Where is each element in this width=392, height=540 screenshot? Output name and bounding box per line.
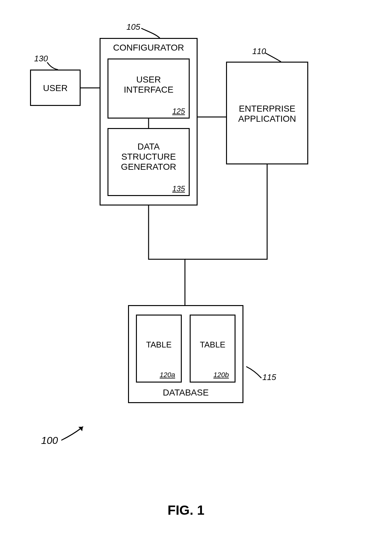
label-configurator: CONFIGURATOR — [101, 43, 197, 53]
box-data-structure-generator: DATA STRUCTURE GENERATOR 135 — [107, 128, 190, 196]
refnum-database: 115 — [262, 372, 276, 382]
ref-data-structure-generator: 135 — [172, 184, 185, 193]
refnum-system: 100 — [41, 435, 58, 446]
label-table-a: TABLE — [137, 340, 181, 350]
figure-caption: FIG. 1 — [168, 503, 205, 518]
box-user: USER — [30, 70, 81, 106]
box-table-a: TABLE 120a — [136, 315, 182, 383]
diagram-canvas: USER CONFIGURATOR USER INTERFACE 125 DAT… — [0, 0, 392, 540]
label-data-structure-generator: DATA STRUCTURE GENERATOR — [108, 142, 189, 172]
refnum-configurator: 105 — [126, 22, 140, 32]
label-user-interface: USER INTERFACE — [108, 75, 189, 95]
ref-table-b: 120b — [213, 371, 229, 379]
ref-table-a: 120a — [160, 371, 175, 379]
refnum-user: 130 — [34, 54, 48, 64]
label-enterprise-app: ENTERPRISE APPLICATION — [227, 104, 307, 124]
box-table-b: TABLE 120b — [190, 315, 236, 383]
svg-marker-3 — [78, 427, 83, 431]
refnum-enterprise: 110 — [252, 46, 266, 56]
label-user: USER — [31, 83, 80, 93]
ref-user-interface: 125 — [172, 107, 185, 116]
box-user-interface: USER INTERFACE 125 — [107, 58, 190, 119]
label-database: DATABASE — [129, 388, 242, 398]
label-table-b: TABLE — [191, 340, 235, 350]
box-enterprise-app: ENTERPRISE APPLICATION — [226, 62, 308, 164]
